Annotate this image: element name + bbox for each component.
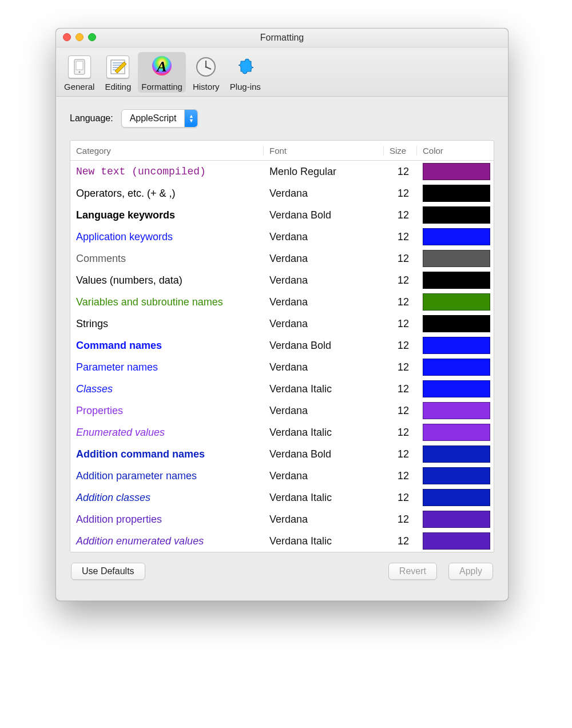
cell-color — [417, 424, 494, 441]
close-window-button[interactable] — [63, 33, 71, 41]
table-row[interactable]: Language keywordsVerdana Bold12 — [70, 204, 494, 226]
table-row[interactable]: CommentsVerdana12 — [70, 248, 494, 269]
color-swatch[interactable] — [423, 445, 490, 463]
col-size[interactable]: Size — [384, 146, 417, 156]
cell-color — [417, 337, 494, 354]
editing-icon — [105, 54, 130, 79]
table-row[interactable]: Addition command namesVerdana Bold12 — [70, 443, 494, 465]
color-swatch[interactable] — [423, 532, 490, 550]
color-swatch[interactable] — [423, 315, 490, 332]
tab-label: Editing — [105, 82, 131, 92]
cell-size: 12 — [384, 253, 417, 265]
minimize-window-button[interactable] — [76, 33, 84, 41]
general-icon — [67, 54, 92, 79]
cell-font: Verdana Italic — [264, 427, 384, 439]
color-swatch[interactable] — [423, 228, 490, 245]
cell-size: 12 — [384, 470, 417, 482]
cell-category: Addition classes — [70, 492, 264, 504]
cell-category: Properties — [70, 405, 264, 417]
cell-category: Comments — [70, 253, 264, 265]
table-row[interactable]: PropertiesVerdana12 — [70, 400, 494, 421]
table-row[interactable]: ClassesVerdana Italic12 — [70, 378, 494, 400]
cell-size: 12 — [384, 514, 417, 526]
col-color[interactable]: Color — [417, 146, 494, 156]
color-swatch[interactable] — [423, 163, 490, 180]
cell-size: 12 — [384, 275, 417, 287]
language-popup[interactable]: AppleScript ▲▼ — [121, 109, 198, 128]
color-swatch[interactable] — [423, 489, 490, 506]
color-swatch[interactable] — [423, 206, 490, 224]
cell-font: Verdana — [264, 188, 384, 200]
cell-size: 12 — [384, 427, 417, 439]
cell-font: Verdana — [264, 253, 384, 265]
cell-color — [417, 511, 494, 528]
svg-text:A: A — [156, 58, 166, 75]
cell-color — [417, 489, 494, 506]
formatting-icon: A — [149, 54, 174, 79]
cell-size: 12 — [384, 535, 417, 547]
cell-font: Verdana Italic — [264, 383, 384, 395]
color-swatch[interactable] — [423, 467, 490, 484]
color-swatch[interactable] — [423, 293, 490, 311]
table-row[interactable]: Addition classesVerdana Italic12 — [70, 487, 494, 508]
cell-color — [417, 359, 494, 376]
cell-size: 12 — [384, 231, 417, 243]
tab-label: Formatting — [141, 82, 182, 92]
table-row[interactable]: Enumerated valuesVerdana Italic12 — [70, 421, 494, 443]
tab-history[interactable]: History — [189, 52, 223, 93]
cell-category: Values (numbers, data) — [70, 275, 264, 287]
cell-font: Verdana Bold — [264, 209, 384, 221]
color-swatch[interactable] — [423, 272, 490, 289]
history-icon — [193, 54, 219, 79]
cell-category: Operators, etc. (+ & ,) — [70, 188, 264, 200]
cell-color — [417, 185, 494, 202]
tab-formatting[interactable]: A Formatting — [138, 52, 186, 93]
tab-plugins[interactable]: Plug-ins — [227, 52, 264, 93]
cell-size: 12 — [384, 209, 417, 221]
table-header: Category Font Size Color — [70, 141, 494, 161]
cell-category: Application keywords — [70, 231, 264, 243]
cell-size: 12 — [384, 405, 417, 417]
table-body: New text (uncompiled)Menlo Regular12Oper… — [70, 161, 494, 552]
use-defaults-button[interactable]: Use Defaults — [71, 563, 145, 580]
color-swatch[interactable] — [423, 380, 490, 397]
table-row[interactable]: Values (numbers, data)Verdana12 — [70, 269, 494, 291]
col-category[interactable]: Category — [70, 146, 264, 156]
apply-button[interactable]: Apply — [448, 563, 493, 580]
cell-category: Command names — [70, 340, 264, 352]
tab-general[interactable]: General — [61, 52, 98, 93]
table-row[interactable]: Application keywordsVerdana12 — [70, 226, 494, 248]
zoom-window-button[interactable] — [88, 33, 96, 41]
revert-button[interactable]: Revert — [388, 563, 437, 580]
cell-category: Parameter names — [70, 361, 264, 373]
cell-font: Verdana Bold — [264, 448, 384, 460]
table-row[interactable]: New text (uncompiled)Menlo Regular12 — [70, 161, 494, 182]
tab-editing[interactable]: Editing — [101, 52, 134, 93]
table-row[interactable]: Operators, etc. (+ & ,)Verdana12 — [70, 182, 494, 204]
cell-category: Addition properties — [70, 514, 264, 526]
cell-size: 12 — [384, 361, 417, 373]
cell-color — [417, 250, 494, 267]
language-value: AppleScript — [122, 110, 185, 127]
color-swatch[interactable] — [423, 359, 490, 376]
color-swatch[interactable] — [423, 337, 490, 354]
cell-category: Variables and subroutine names — [70, 296, 264, 308]
color-swatch[interactable] — [423, 424, 490, 441]
table-row[interactable]: Addition parameter namesVerdana12 — [70, 465, 494, 487]
popup-arrows-icon: ▲▼ — [184, 110, 197, 127]
table-row[interactable]: StringsVerdana12 — [70, 313, 494, 335]
color-swatch[interactable] — [423, 185, 490, 202]
table-row[interactable]: Command namesVerdana Bold12 — [70, 335, 494, 356]
table-row[interactable]: Addition enumerated valuesVerdana Italic… — [70, 530, 494, 552]
table-row[interactable]: Variables and subroutine namesVerdana12 — [70, 291, 494, 313]
color-swatch[interactable] — [423, 250, 490, 267]
color-swatch[interactable] — [423, 511, 490, 528]
cell-font: Verdana — [264, 275, 384, 287]
window-controls — [63, 33, 96, 41]
table-row[interactable]: Addition propertiesVerdana12 — [70, 508, 494, 530]
cell-font: Verdana Italic — [264, 535, 384, 547]
cell-size: 12 — [384, 296, 417, 308]
col-font[interactable]: Font — [264, 146, 384, 156]
table-row[interactable]: Parameter namesVerdana12 — [70, 356, 494, 378]
color-swatch[interactable] — [423, 402, 490, 419]
